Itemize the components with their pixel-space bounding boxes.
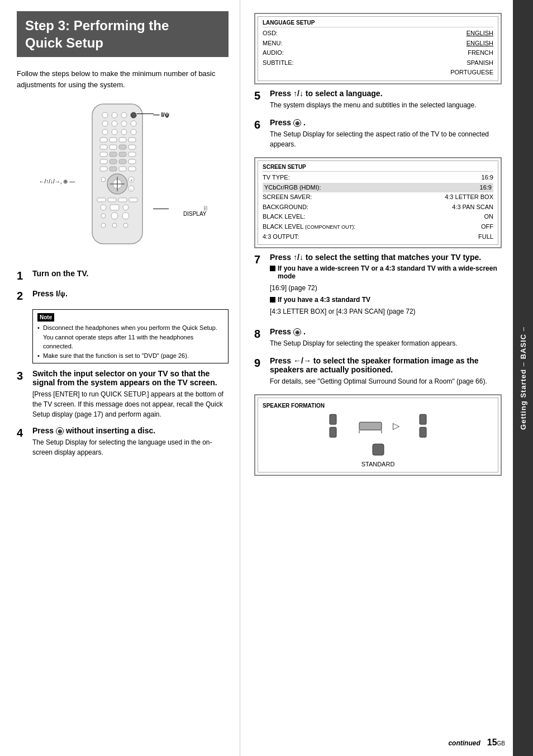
svg-rect-17: [100, 145, 107, 149]
step-6-body: The Setup Display for selecting the aspe…: [270, 129, 502, 149]
step-1-title: Turn on the TV.: [32, 269, 229, 278]
svg-point-53: [112, 223, 117, 228]
step-4-body: The Setup Display for selecting the lang…: [32, 437, 229, 457]
svg-rect-43: [108, 198, 116, 202]
svg-rect-26: [110, 159, 117, 164]
lang-row-osd: OSD: ENGLISH: [263, 29, 493, 39]
svg-rect-27: [119, 159, 126, 164]
svg-rect-45: [129, 198, 137, 202]
svg-rect-21: [100, 152, 107, 157]
note-item-1: Disconnect the headphones when you perfo…: [37, 323, 223, 351]
step-2: 2 Press I/ψ.: [17, 289, 229, 303]
step-6: 6 Press ⊕ . The Setup Display for select…: [254, 118, 502, 149]
svg-rect-30: [110, 167, 117, 171]
svg-rect-18: [110, 145, 117, 149]
svg-text:-: -: [130, 187, 132, 192]
svg-rect-62: [373, 444, 384, 455]
svg-point-1: [102, 112, 108, 118]
page-number: 15: [487, 738, 497, 747]
step-7-sub1-detail: [16:9] (page 72): [270, 283, 502, 293]
page-suffix: GB: [497, 740, 505, 746]
power-label: — I/ψ: [154, 111, 169, 118]
svg-point-6: [112, 121, 117, 126]
step-7: 7 Press ↑/↓ to select the setting that m…: [254, 253, 502, 319]
step-2-title: Press I/ψ.: [32, 289, 229, 298]
svg-rect-42: [97, 198, 106, 202]
display-line: [153, 209, 169, 209]
speaker-arrow: ▷: [393, 420, 399, 431]
left-column: Step 3: Performing the Quick Setup Follo…: [0, 0, 240, 756]
continued-text: continued: [448, 739, 480, 747]
subwoofer-area: [263, 441, 493, 458]
power-line: [137, 114, 154, 114]
page-title: Step 3: Performing the Quick Setup: [25, 17, 220, 51]
step-7-sub2: If you have a 4:3 standard TV: [270, 296, 502, 304]
screen-row-tvtype: TV TYPE: 16:9: [263, 173, 493, 183]
svg-rect-57: [359, 422, 382, 430]
right-speakers-icon: [408, 413, 427, 438]
right-column: LANGUAGE SETUP OSD: ENGLISH MENU: ENGLIS…: [240, 0, 513, 756]
lang-row-subtitle: SUBTITLE: SPANISH: [263, 58, 493, 68]
screen-row-ycbcr: YCbCr/RGB (HDMI): 16:9: [263, 183, 493, 193]
step-7-sub1: If you have a wide-screen TV or a 4:3 st…: [270, 264, 502, 280]
svg-point-11: [121, 129, 127, 135]
svg-point-33: [101, 177, 106, 182]
step-4-title: Press ⊕ without inserting a disc.: [32, 426, 229, 435]
intro-text: Follow the steps below to make the minim…: [17, 68, 229, 90]
svg-rect-55: [330, 414, 336, 424]
step-4: 4 Press ⊕ without inserting a disc. The …: [17, 426, 229, 457]
step-5-title: Press ↑/↓ to select a language.: [270, 89, 502, 98]
svg-rect-16: [129, 138, 136, 142]
screen-setup-title: SCREEN SETUP: [263, 164, 493, 172]
lang-row-audio: AUDIO: FRENCH: [263, 48, 493, 58]
speaker-formation-title: SPEAKER FORMATION: [263, 403, 493, 409]
svg-rect-61: [420, 427, 426, 437]
svg-rect-15: [119, 138, 126, 142]
step-1: 1 Turn on the TV.: [17, 269, 229, 282]
step-6-title: Press ⊕ .: [270, 118, 502, 127]
svg-rect-31: [119, 167, 126, 171]
note-item-2: Make sure that the function is set to "D…: [37, 351, 223, 361]
svg-point-8: [131, 121, 136, 126]
svg-point-4: [131, 112, 136, 118]
svg-rect-28: [129, 159, 136, 164]
remote-illustration: + -: [17, 101, 229, 258]
screen-row-43output: 4:3 OUTPUT: FULL: [263, 232, 493, 242]
svg-rect-29: [100, 167, 107, 171]
svg-point-2: [112, 112, 117, 118]
svg-point-50: [111, 212, 118, 219]
step-3-body: [Press [ENTER] to run QUICK SETUP.] appe…: [32, 389, 229, 419]
svg-text:+: +: [130, 178, 133, 183]
svg-rect-13: [100, 138, 107, 142]
remote-svg: + -: [84, 101, 151, 247]
step-8-title: Press ⊕ .: [270, 327, 502, 336]
svg-point-9: [102, 129, 108, 135]
svg-rect-47: [110, 205, 119, 210]
center-speaker-icon: [356, 418, 384, 434]
svg-rect-20: [129, 145, 136, 149]
step-9-title: Press ←/→ to select the speaker formatio…: [270, 356, 502, 374]
svg-rect-22: [110, 152, 117, 157]
side-tab-label: Getting Started – BASIC –: [519, 327, 527, 430]
step-8-body: The Setup Display for selecting the spea…: [270, 338, 502, 348]
step-3-title: Switch the input selector on your TV so …: [32, 369, 229, 387]
svg-rect-32: [129, 167, 136, 171]
svg-rect-14: [110, 138, 117, 142]
language-setup-screen: LANGUAGE SETUP OSD: ENGLISH MENU: ENGLIS…: [254, 13, 502, 84]
svg-point-48: [123, 205, 129, 210]
lang-row-menu: MENU: ENGLISH: [263, 39, 493, 49]
svg-rect-60: [420, 414, 426, 424]
page-footer: continued 15GB: [448, 738, 505, 748]
side-tab: Getting Started – BASIC –: [513, 0, 533, 756]
step-5-body: The system displays the menu and subtitl…: [270, 100, 502, 110]
svg-rect-24: [129, 152, 136, 157]
screen-row-background: BACKGROUND: 4:3 PAN SCAN: [263, 202, 493, 212]
page-title-block: Step 3: Performing the Quick Setup: [17, 11, 229, 57]
svg-point-54: [123, 223, 128, 228]
speaker-diagram: ▷: [263, 413, 493, 438]
display-label: ⌻DISPLAY: [183, 205, 207, 217]
step-5: 5 Press ↑/↓ to select a language. The sy…: [254, 89, 502, 110]
svg-rect-23: [119, 152, 126, 157]
speaker-formation-screen: SPEAKER FORMATION ▷: [254, 394, 502, 476]
language-screen-title: LANGUAGE SETUP: [263, 20, 493, 27]
